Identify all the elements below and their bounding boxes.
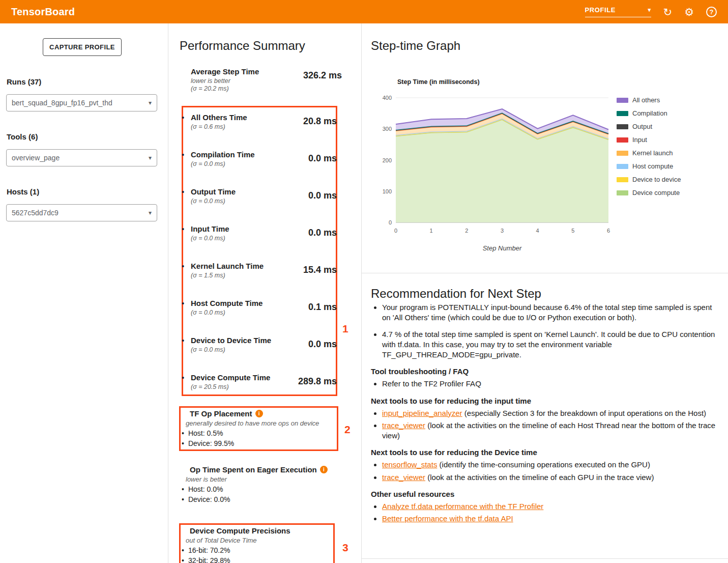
block-title: Op Time Spent on Eager Execution <box>190 465 317 474</box>
metric-value: 15.4 ms <box>303 265 337 275</box>
metric-row-compilation: • Compilation Time (σ = 0.0 ms) 0.0 ms <box>182 150 342 167</box>
legend-swatch <box>617 177 628 182</box>
bullet: • <box>182 262 184 270</box>
input-pipeline-analyzer-link[interactable]: input_pipeline_analyzer <box>382 409 462 417</box>
step-time-chart: 01002003004000123456 <box>374 91 614 243</box>
metric-row-host-compute: • Host Compute Time (σ = 0.0 ms) 0.1 ms <box>182 299 342 316</box>
metric-name: Kernel Launch Time <box>191 262 301 270</box>
eager-execution-block: Op Time Spent on Eager Execution i lower… <box>182 465 344 503</box>
capture-profile-button[interactable]: CAPTURE PROFILE <box>43 38 122 56</box>
legend-item: Input <box>617 136 681 144</box>
metric-sigma: (σ = 1.5 ms) <box>191 272 301 279</box>
faq-item: Refer to the TF2 Profiler FAQ <box>382 379 722 389</box>
legend-swatch <box>617 151 628 156</box>
metric-value: 289.8 ms <box>298 376 337 387</box>
recommendation-bullets: Your program is POTENTIALLY input-bound … <box>371 302 722 360</box>
legend-swatch <box>617 98 628 103</box>
block-item: •Device: 0.0% <box>182 495 344 503</box>
section-divider <box>362 273 728 273</box>
trace-viewer-link[interactable]: trace_viewer <box>382 473 425 482</box>
hosts-select-value: 5627c5dd7dc9 <box>12 209 59 217</box>
chevron-down-icon: ▾ <box>648 7 651 13</box>
legend-label: Kernel launch <box>632 149 673 157</box>
resource-item: Analyze tf.data performance with the TF … <box>382 501 722 512</box>
info-icon[interactable]: i <box>320 466 328 473</box>
tfdata-api-link[interactable]: Better performance with the tf.data API <box>382 514 513 523</box>
metric-name: Output Time <box>191 187 301 196</box>
resource-item: Better performance with the tf.data API <box>382 514 722 524</box>
legend-item: Device compute <box>617 189 681 196</box>
block-item: •Host: 0.0% <box>182 485 344 493</box>
metric-value: 0.1 ms <box>308 302 337 313</box>
legend-label: Input <box>632 136 647 144</box>
annotation-label-1: 1 <box>342 323 348 335</box>
performance-summary-title: Performance Summary <box>180 39 305 53</box>
metric-value: 0.0 ms <box>308 190 337 201</box>
bullet: • <box>182 485 184 493</box>
svg-text:100: 100 <box>383 188 392 194</box>
hosts-select[interactable]: 5627c5dd7dc9 ▾ <box>6 204 157 221</box>
chevron-down-icon: ▾ <box>149 99 152 106</box>
metric-value: 0.0 ms <box>308 228 337 238</box>
tf-op-placement-block: TF Op Placement i generally desired to h… <box>182 409 344 447</box>
reload-icon[interactable]: ↻ <box>663 7 673 17</box>
bullet: • <box>182 299 184 307</box>
device-tools-heading: Next tools to use for reducing the Devic… <box>371 448 722 457</box>
runs-label: Runs (37) <box>7 77 41 86</box>
bullet: • <box>182 113 184 122</box>
metric-name: Host Compute Time <box>191 299 301 307</box>
block-item: •32-bit: 29.8% <box>182 556 344 563</box>
info-icon[interactable]: i <box>255 410 263 417</box>
input-tools-heading: Next tools to use for reducing the input… <box>371 397 722 405</box>
metric-sigma: (σ = 0.0 ms) <box>191 160 301 167</box>
gear-icon[interactable]: ⚙ <box>684 7 694 17</box>
metric-value: 0.0 ms <box>308 153 337 164</box>
chart-legend: All othersCompilationOutputInputKernel l… <box>617 96 681 202</box>
metric-name: Compilation Time <box>191 150 301 159</box>
bottom-divider <box>362 558 728 559</box>
chevron-down-icon: ▾ <box>149 209 152 216</box>
help-icon[interactable]: ? <box>706 7 717 17</box>
bullet: • <box>182 429 184 437</box>
legend-swatch <box>617 164 628 169</box>
trace-viewer-link[interactable]: trace_viewer <box>382 421 425 430</box>
block-subtitle: generally desired to have more ops on de… <box>186 419 344 427</box>
runs-select[interactable]: bert_squad_8gpu_fp16_pvt_thd ▾ <box>6 94 157 111</box>
metric-row-all-others: • All Others Time (σ = 0.6 ms) 20.8 ms <box>182 113 342 130</box>
recommendation-title: Recommendation for Next Step <box>371 287 541 301</box>
metric-row-device-compute: • Device Compute Time (σ = 20.5 ms) 289.… <box>182 373 342 390</box>
metric-name: Device Compute Time <box>191 373 301 382</box>
legend-swatch <box>617 124 628 129</box>
legend-swatch <box>617 111 628 116</box>
right-panel: Step-time Graph Step Time (in millisecon… <box>362 23 728 563</box>
tool-item-text: (identify the time-consuming operations … <box>437 460 650 469</box>
svg-text:200: 200 <box>383 157 392 163</box>
dashboard-select[interactable]: PROFILE ▾ <box>585 6 651 17</box>
svg-text:0: 0 <box>389 219 392 226</box>
svg-text:6: 6 <box>607 228 610 234</box>
legend-label: All others <box>632 96 660 104</box>
chart-x-axis-title: Step Number <box>396 244 608 252</box>
tools-select[interactable]: overview_page ▾ <box>6 149 157 166</box>
block-item: •16-bit: 70.2% <box>182 546 344 554</box>
recommendation-item: 4.7 % of the total step time sampled is … <box>382 329 722 360</box>
metric-value: 20.8 ms <box>303 116 337 127</box>
metric-row-device-to-device: • Device to Device Time (σ = 0.0 ms) 0.0… <box>182 336 342 353</box>
legend-item: Host compute <box>617 162 681 170</box>
block-item: •Host: 0.5% <box>182 429 344 437</box>
tensorflow-stats-link[interactable]: tensorflow_stats <box>382 460 437 469</box>
tool-item: trace_viewer (look at the activities on … <box>382 472 722 483</box>
metric-sigma: (σ = 0.6 ms) <box>191 123 301 130</box>
legend-label: Host compute <box>632 162 673 170</box>
legend-item: Output <box>617 123 681 130</box>
tool-item: trace_viewer (look at the activities on … <box>382 420 722 441</box>
recommendation-item: Your program is POTENTIALLY input-bound … <box>382 302 722 323</box>
bullet: • <box>182 150 184 159</box>
tfdata-profiler-link[interactable]: Analyze tf.data performance with the TF … <box>382 502 543 511</box>
metric-name: Input Time <box>191 224 301 233</box>
metric-value: 0.0 ms <box>308 339 337 350</box>
tools-select-value: overview_page <box>12 154 60 162</box>
resources-heading: Other useful resources <box>371 490 722 498</box>
svg-text:3: 3 <box>501 228 504 234</box>
metric-sigma: (σ = 0.0 ms) <box>191 198 301 205</box>
